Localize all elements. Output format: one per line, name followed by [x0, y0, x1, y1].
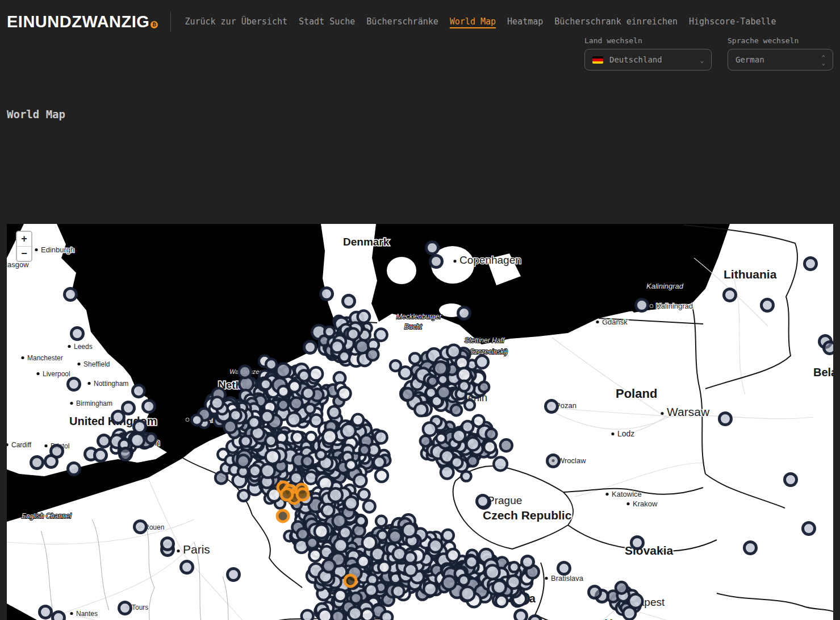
map-marker[interactable]: [290, 397, 302, 409]
map-marker[interactable]: [211, 397, 223, 409]
map-marker[interactable]: [112, 411, 124, 423]
map-marker[interactable]: [328, 406, 340, 418]
map-marker[interactable]: [40, 606, 52, 618]
country-select[interactable]: Deutschland ⌄: [584, 49, 712, 70]
map-marker[interactable]: [458, 368, 471, 381]
map-marker[interactable]: [123, 402, 135, 414]
map-marker[interactable]: [266, 359, 277, 370]
map-marker[interactable]: [287, 413, 301, 426]
map-marker[interactable]: [162, 538, 174, 550]
map-marker[interactable]: [424, 582, 437, 596]
map-marker[interactable]: [636, 299, 648, 311]
map-marker[interactable]: [548, 455, 559, 467]
map-canvas[interactable]: DenmarkLithuaniaPolandBelarusCzech Repub…: [7, 224, 833, 620]
map-marker[interactable]: [224, 421, 236, 433]
map-marker[interactable]: [458, 307, 470, 319]
map-marker[interactable]: [358, 489, 369, 500]
map-marker[interactable]: [431, 256, 442, 268]
map-marker[interactable]: [343, 296, 355, 307]
map-marker[interactable]: [375, 431, 387, 444]
nav-heatmap[interactable]: Heatmap: [502, 16, 549, 27]
map-marker[interactable]: [529, 616, 541, 620]
map-marker[interactable]: [321, 504, 334, 517]
map-marker[interactable]: [467, 456, 478, 466]
map-marker[interactable]: [381, 611, 392, 620]
map-marker[interactable]: [302, 388, 314, 400]
map-marker[interactable]: [447, 549, 459, 561]
map-marker[interactable]: [331, 340, 344, 353]
map-marker[interactable]: [466, 556, 478, 568]
map-marker[interactable]: [98, 435, 110, 447]
zoom-in-button[interactable]: +: [17, 232, 31, 246]
map-marker[interactable]: [238, 490, 249, 501]
map-marker[interactable]: [374, 456, 385, 468]
map-marker[interactable]: [31, 457, 43, 469]
map-marker[interactable]: [486, 429, 497, 440]
map-marker[interactable]: [428, 376, 437, 386]
map-marker[interactable]: [239, 366, 251, 378]
map-marker[interactable]: [332, 610, 344, 620]
map-marker[interactable]: [589, 586, 601, 598]
map-marker[interactable]: [338, 387, 351, 400]
map-marker[interactable]: [281, 489, 292, 500]
map-marker[interactable]: [333, 514, 346, 527]
map-marker[interactable]: [476, 356, 488, 368]
map-marker[interactable]: [434, 361, 448, 375]
map-marker[interactable]: [496, 596, 507, 607]
map-marker[interactable]: [522, 556, 534, 568]
map-marker[interactable]: [240, 436, 251, 447]
map-marker[interactable]: [316, 450, 325, 459]
map-marker[interactable]: [266, 450, 280, 464]
map-marker[interactable]: [354, 475, 366, 487]
map-marker[interactable]: [95, 450, 107, 461]
map-marker[interactable]: [803, 523, 815, 535]
map-marker[interactable]: [546, 401, 558, 413]
map-marker[interactable]: [402, 388, 413, 400]
logo[interactable]: EINUNDZWANZIG₿: [7, 13, 158, 31]
map-marker[interactable]: [309, 550, 321, 561]
map-marker[interactable]: [310, 367, 323, 380]
map-marker[interactable]: [415, 403, 427, 416]
map-marker[interactable]: [318, 609, 332, 620]
map-marker[interactable]: [632, 537, 643, 549]
map-marker[interactable]: [346, 460, 356, 470]
map-marker[interactable]: [720, 413, 732, 425]
map-marker[interactable]: [360, 445, 370, 455]
map-marker[interactable]: [349, 607, 362, 620]
map-marker[interactable]: [335, 590, 346, 602]
map-marker[interactable]: [72, 328, 83, 340]
map-marker[interactable]: [785, 474, 797, 486]
map-marker[interactable]: [119, 602, 131, 614]
map-marker[interactable]: [146, 434, 156, 443]
map-marker[interactable]: [392, 585, 404, 597]
map-marker[interactable]: [493, 581, 506, 594]
map-marker[interactable]: [378, 530, 388, 540]
map-marker[interactable]: [302, 456, 313, 467]
nav-b-cherschrank-einreichen[interactable]: Bücherschrank einreichen: [549, 16, 683, 27]
map-marker[interactable]: [135, 521, 147, 533]
map-marker[interactable]: [507, 576, 520, 589]
map-marker[interactable]: [181, 561, 193, 573]
map-marker[interactable]: [459, 575, 469, 585]
map-marker[interactable]: [345, 497, 358, 510]
map-marker[interactable]: [362, 536, 377, 550]
map-marker[interactable]: [459, 381, 469, 391]
map-marker[interactable]: [762, 299, 774, 311]
map-marker[interactable]: [509, 562, 519, 572]
map-marker[interactable]: [427, 242, 438, 254]
map-marker[interactable]: [629, 594, 642, 608]
map-marker[interactable]: [302, 610, 314, 620]
map-marker[interactable]: [745, 542, 757, 554]
map-marker[interactable]: [120, 448, 132, 460]
map-marker[interactable]: [261, 411, 273, 423]
map-marker[interactable]: [409, 353, 420, 364]
map-marker[interactable]: [352, 414, 363, 426]
map-marker[interactable]: [404, 564, 417, 576]
map-marker[interactable]: [277, 510, 289, 522]
map-marker[interactable]: [345, 575, 356, 586]
map-marker[interactable]: [249, 465, 261, 476]
map-marker[interactable]: [68, 378, 80, 390]
map-marker[interactable]: [824, 342, 834, 354]
map-marker[interactable]: [321, 288, 333, 300]
map-marker[interactable]: [348, 328, 359, 340]
